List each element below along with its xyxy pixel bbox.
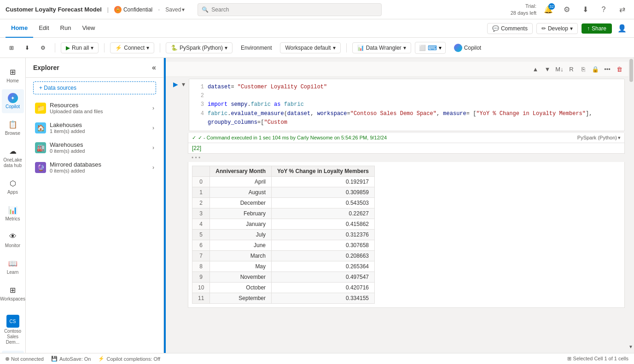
sidebar-item-warehouses[interactable]: 🏭 Warehouses 0 item(s) added › <box>28 138 162 157</box>
cell-raw-button[interactable]: R <box>566 64 577 75</box>
learn-icon: 📖 <box>7 258 18 269</box>
notifications-button[interactable]: 🔔 32 <box>542 3 555 16</box>
sidebar-collapse-button[interactable]: « <box>152 64 156 72</box>
data-wrangler-chevron-icon: ▾ <box>403 45 406 51</box>
download-notebook-button[interactable]: ⬇ <box>21 43 33 53</box>
workspace-label: Workspace default <box>285 45 331 51</box>
sidebar-header: Explorer « <box>26 58 163 78</box>
sidebar-title: Explorer <box>33 64 59 71</box>
scroll-down-button[interactable]: ▼ <box>628 344 633 349</box>
notebook-scroll[interactable]: ▲ ▼ M↓ R ⎘ 🔒 ••• 🗑 ▶ ▾ <box>166 58 628 353</box>
nav-item-contoso[interactable]: CS Contoso Sales Dem... <box>2 311 24 349</box>
run-all-button[interactable]: ▶ Run all ▾ <box>61 42 99 53</box>
comments-button[interactable]: 💬 Comments <box>487 23 533 34</box>
app-title: Customer Loyalty Forecast Model <box>6 6 102 13</box>
connect-label: Connect <box>124 45 145 51</box>
comments-label: Comments <box>501 25 528 32</box>
search-input[interactable] <box>211 6 378 13</box>
sidebar-item-resources[interactable]: 📁 Resources Uploaded data and files › <box>28 98 162 118</box>
autosave-label: AutoSave: On <box>59 356 91 362</box>
exec-status-bar: ✓ ✓ - Command executed in 1 sec 104 ms b… <box>188 133 625 143</box>
vscode-button[interactable]: ⬜ ⌨ ▾ <box>415 42 446 54</box>
code-line-2: 2 <box>195 92 619 100</box>
cell-copy-output-button[interactable]: ⎘ <box>578 64 589 75</box>
row-yoy: 0.312376 <box>272 229 375 240</box>
share-label: Share <box>592 25 606 32</box>
cell-more-button[interactable]: • • • <box>188 154 625 162</box>
lakehouses-title: Lakehouses <box>50 121 152 128</box>
code-cell-row: ▶ ▾ 1 dataset= "Customer Loyality Copilo… <box>166 77 628 133</box>
onedata-icon: ☁ <box>7 145 18 156</box>
data-wrangler-button[interactable]: 📊 Data Wrangler ▾ <box>352 42 411 53</box>
code-line-3: 3 import sempy.fabric as fabric <box>195 100 619 109</box>
lakehouses-arrow-icon: › <box>152 125 154 131</box>
develop-button[interactable]: ✏ Develop ▾ <box>536 23 578 34</box>
nav-item-browse[interactable]: 📋 Browse <box>2 115 24 140</box>
nav-monitor-label: Monitor <box>5 243 20 248</box>
cell-move-up-button[interactable]: ▲ <box>530 64 541 75</box>
tab-edit[interactable]: Edit <box>33 19 54 38</box>
cell-delete-button[interactable]: 🗑 <box>614 64 625 75</box>
cell-output: ✓ ✓ - Command executed in 1 sec 104 ms b… <box>188 133 625 308</box>
row-index: 11 <box>192 293 210 303</box>
add-data-sources-button[interactable]: + Data sources <box>33 81 156 94</box>
nav-item-workspaces[interactable]: ⊞ Workspaces <box>2 281 24 306</box>
saved-button[interactable]: Saved ▾ <box>165 6 185 13</box>
vertical-scrollbar[interactable]: ▼ <box>628 58 634 353</box>
title-separator: | <box>107 6 109 13</box>
tab-run[interactable]: Run <box>55 19 77 38</box>
add-cell-button[interactable]: ⊞ <box>6 43 17 53</box>
nav-item-apps[interactable]: ⬡ Apps <box>2 174 24 199</box>
home-icon: ⊞ <box>7 66 18 77</box>
sidebar-item-mirrored[interactable]: 🔮 Mirrored databases 0 item(s) added › <box>28 157 162 177</box>
share-button[interactable]: ↑ Share <box>582 23 612 34</box>
workspace-button[interactable]: Workspace default ▾ <box>280 42 340 53</box>
sidebar-item-lakehouses[interactable]: 🏠 Lakehouses 1 item(s) added › <box>28 118 162 138</box>
search-box[interactable]: 🔍 <box>198 3 382 16</box>
workspaces-icon: ⊞ <box>7 284 18 295</box>
mirrored-arrow-icon: › <box>152 164 154 171</box>
connect-button[interactable]: ⚡ Connect ▾ <box>110 42 154 53</box>
nav-item-metrics[interactable]: 📊 Metrics <box>2 201 24 225</box>
cell-run-area: ▶ ▾ <box>169 79 189 90</box>
row-index: 3 <box>192 208 210 219</box>
sep2: - <box>158 6 160 13</box>
cell-more-options-button[interactable]: ••• <box>602 64 613 75</box>
row-month: June <box>210 240 272 250</box>
settings-notebook-button[interactable]: ⚙ <box>37 43 49 53</box>
cell-toggle-output-button[interactable]: 🔒 <box>590 64 601 75</box>
status-selected-cell: ⊞ Selected Cell 1 of 1 cells <box>567 356 628 362</box>
collapse-cell-button[interactable]: ▾ <box>180 79 187 90</box>
run-all-label: Run all <box>72 45 89 51</box>
row-yoy: 0.307658 <box>272 240 375 250</box>
nav-browse-label: Browse <box>5 131 20 136</box>
scrollbar-thumb <box>629 59 633 82</box>
resources-title: Resources <box>50 102 152 109</box>
ellipsis-icon: • • • <box>192 155 200 161</box>
exec-message: ✓ ✓ - Command executed in 1 sec 104 ms b… <box>192 135 387 141</box>
resources-icon: 📁 <box>35 103 46 114</box>
share-connection-icon[interactable]: ⇄ <box>616 3 628 16</box>
cell-markdown-button[interactable]: M↓ <box>554 64 565 75</box>
user-profile-icon[interactable]: 👤 <box>616 22 628 35</box>
tab-view[interactable]: View <box>76 19 100 38</box>
apps-icon: ⬡ <box>7 178 18 189</box>
nav-item-copilot[interactable]: ✦ Copilot <box>2 89 24 113</box>
cell-language-indicator: PySpark (Python) ▾ <box>577 135 621 141</box>
code-line-1: 1 dataset= "Customer Loyality Copilot" <box>195 83 619 92</box>
settings-button[interactable]: ⚙ <box>560 3 573 16</box>
cell-move-down-button[interactable]: ▼ <box>542 64 553 75</box>
run-cell-button[interactable]: ▶ <box>171 79 180 90</box>
download-button[interactable]: ⬇ <box>579 3 592 16</box>
row-yoy: 0.265364 <box>272 261 375 272</box>
tab-home[interactable]: Home <box>6 19 33 38</box>
nav-item-home[interactable]: ⊞ Home <box>2 63 24 87</box>
copilot-button[interactable]: Copilot <box>449 42 486 54</box>
warehouses-subtitle: 0 item(s) added <box>50 148 152 154</box>
nav-item-onedata[interactable]: ☁ OneLake data hub <box>2 142 24 172</box>
pyspark-button[interactable]: 🐍 PySpark (Python) ▾ <box>166 42 233 53</box>
row-yoy: 0.420716 <box>272 282 375 293</box>
nav-item-monitor[interactable]: 👁 Monitor <box>2 227 24 252</box>
help-button[interactable]: ? <box>597 3 610 16</box>
nav-item-learn[interactable]: 📖 Learn <box>2 254 24 279</box>
